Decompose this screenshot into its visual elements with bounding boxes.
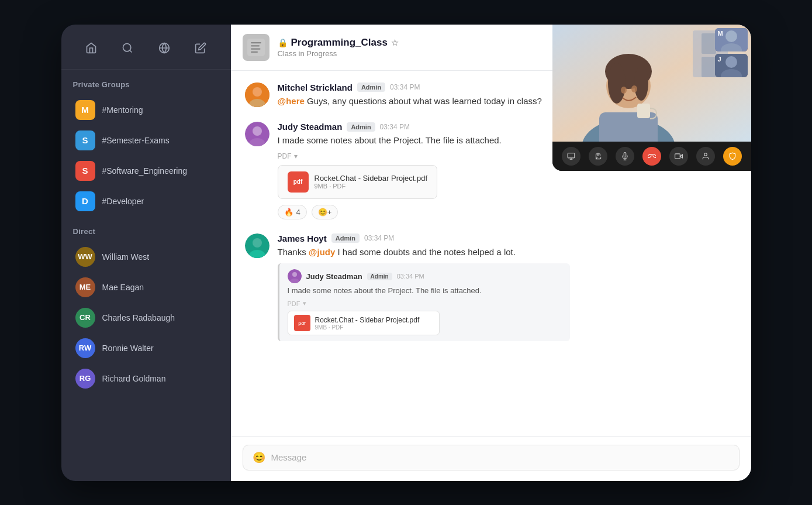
svg-rect-8: [251, 51, 258, 52]
msg-text-james: Thanks @judy I had some doubts and the n…: [278, 246, 737, 259]
video-thumbnails: M J: [715, 28, 748, 77]
avatar-richard: RG: [75, 369, 95, 389]
video-thumb-j: J: [715, 54, 748, 77]
quoted-message: Judy Steadman Admin 03:34 PM I made some…: [278, 263, 570, 341]
reaction-add[interactable]: 😊+: [312, 205, 338, 219]
direct-ronnie[interactable]: RW Ronnie Walter: [66, 334, 226, 363]
quoted-author-name: Judy Steadman: [306, 272, 362, 281]
pdf-name: Rocket.Chat - Sidebar Project.pdf: [315, 174, 428, 183]
direct-mae[interactable]: ME Mae Eagan: [66, 273, 226, 302]
vc-camera-btn[interactable]: [669, 147, 688, 166]
channel-badge-d: D: [75, 191, 95, 211]
vc-mic-btn[interactable]: [616, 147, 634, 166]
thumb-initial-m: M: [718, 30, 723, 37]
quoted-pdf-label: PDF▾: [288, 300, 562, 307]
svg-rect-46: [568, 153, 575, 157]
channel-semester[interactable]: S #Semester-Exams ⋮: [66, 126, 226, 155]
message-body-james: James Hoyt Admin 03:34 PM Thanks @judy I…: [278, 233, 737, 342]
sidebar-top-icons: [61, 25, 231, 70]
message-input[interactable]: [271, 452, 730, 462]
svg-point-25: [292, 272, 297, 277]
pdf-size: 9MB · PDF: [315, 183, 428, 190]
msg-text-thanks: Thanks: [278, 247, 309, 257]
channel-mentoring[interactable]: M #Mentoring ⋮: [66, 95, 226, 125]
add-reaction-icon: 😊+: [318, 208, 332, 217]
private-groups-title: Private Groups: [61, 70, 231, 95]
avatar-william: WW: [75, 247, 95, 267]
emoji-button[interactable]: 😊: [253, 451, 265, 464]
quoted-pdf-attachment[interactable]: pdf Rocket.Chat - Sidebar Project.pdf 9M…: [288, 311, 440, 335]
direct-name-mae: Mae Eagan: [102, 283, 144, 292]
svg-rect-51: [675, 153, 680, 158]
vc-shield-btn[interactable]: [723, 147, 742, 166]
channel-software[interactable]: S #Software_Engineering ⋮: [66, 156, 226, 185]
edit-icon[interactable]: [191, 39, 210, 57]
svg-rect-30: [702, 57, 716, 77]
svg-point-35: [634, 66, 648, 101]
svg-rect-6: [251, 45, 260, 46]
svg-rect-5: [251, 42, 261, 43]
video-controls: [552, 142, 751, 171]
mention-judy: @judy: [309, 247, 335, 257]
avatar-james: [245, 233, 269, 258]
channel-badge-m: M: [75, 100, 95, 120]
message-input-area: 😊: [231, 436, 751, 481]
pdf-attachment-judy[interactable]: pdf Rocket.Chat - Sidebar Project.pdf 9M…: [278, 165, 438, 199]
direct-richard[interactable]: RG Richard Goldman: [66, 364, 226, 393]
reactions-row: 🔥 4 😊+: [278, 205, 737, 219]
reaction-fire[interactable]: 🔥 4: [278, 205, 307, 219]
vc-person-btn[interactable]: [696, 147, 715, 166]
svg-line-1: [130, 50, 132, 52]
quoted-pdf-info: Rocket.Chat - Sidebar Project.pdf 9MB · …: [315, 316, 420, 331]
video-thumb-m: M: [715, 28, 748, 51]
channel-badge-s1: S: [75, 130, 95, 150]
mention-here: @here: [278, 96, 305, 106]
message-row: James Hoyt Admin 03:34 PM Thanks @judy I…: [245, 233, 737, 342]
svg-point-22: [253, 238, 262, 248]
svg-point-0: [123, 43, 131, 51]
fire-emoji: 🔥: [284, 208, 293, 217]
direct-william[interactable]: WW William West: [66, 242, 226, 272]
avatar-charles: CR: [75, 308, 95, 328]
channel-name-mentoring: #Mentoring: [102, 105, 208, 115]
channel-name-semester: #Semester-Exams: [102, 136, 208, 145]
channel-name-developer: #Developer: [102, 197, 208, 206]
lock-icon: 🔒: [278, 38, 288, 47]
svg-point-44: [725, 56, 737, 68]
avatar-mae: ME: [75, 277, 95, 297]
direct-name-charles: Charles Radabaugh: [102, 313, 175, 322]
channel-icon: [243, 34, 269, 61]
msg-time-judy: 03:34 PM: [380, 123, 410, 131]
channel-developer[interactable]: D #Developer ⋮: [66, 187, 226, 216]
quoted-time: 03:34 PM: [397, 273, 424, 280]
vc-screen-btn[interactable]: [562, 147, 581, 166]
vc-hand-btn[interactable]: [589, 147, 607, 166]
quoted-header: Judy Steadman Admin 03:34 PM: [288, 269, 562, 283]
search-icon[interactable]: [118, 39, 137, 57]
reaction-count: 4: [296, 208, 300, 217]
svg-point-19: [253, 126, 262, 136]
svg-rect-7: [251, 48, 261, 49]
thumb-initial-j: J: [718, 56, 721, 63]
direct-name-ronnie: Ronnie Walter: [102, 343, 154, 353]
home-icon[interactable]: [82, 39, 101, 57]
msg-time-james: 03:34 PM: [364, 234, 394, 242]
globe-icon[interactable]: [155, 39, 174, 57]
message-input-box: 😊: [243, 445, 740, 470]
channel-name: 🔒 Programming_Class ☆: [278, 37, 399, 49]
svg-rect-4: [247, 39, 265, 56]
channel-info: 🔒 Programming_Class ☆ Class in Progress: [278, 37, 399, 58]
direct-charles[interactable]: CR Charles Radabaugh: [66, 303, 226, 332]
msg-badge-james: Admin: [331, 233, 360, 243]
avatar-judy: [245, 122, 269, 146]
quoted-badge: Admin: [367, 273, 392, 280]
msg-author-james: James Hoyt: [278, 233, 327, 243]
quoted-text: I made some notes about the Project. The…: [288, 286, 562, 296]
svg-rect-29: [702, 33, 716, 54]
avatar-mitchel: [245, 83, 269, 107]
svg-rect-39: [637, 104, 650, 118]
star-icon[interactable]: ☆: [391, 38, 399, 47]
pdf-icon: pdf: [288, 171, 309, 193]
channel-name-software: #Software_Engineering: [102, 166, 208, 176]
vc-end-call-btn[interactable]: [642, 147, 661, 166]
